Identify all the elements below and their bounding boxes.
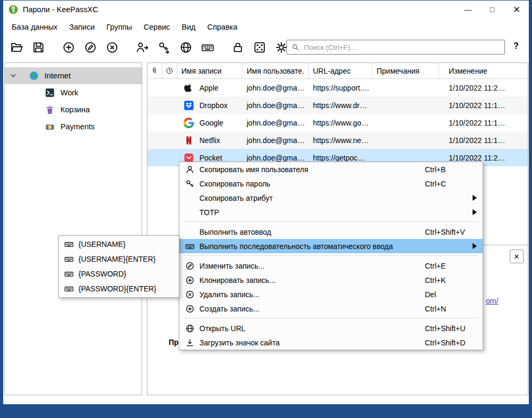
paperclip-icon xyxy=(151,67,159,75)
menu-database[interactable]: База данных xyxy=(6,21,63,33)
entry-modified: 1/10/2022 11:2… xyxy=(439,84,528,92)
submenu-item-label: {PASSWORD} xyxy=(79,270,126,278)
menu-bar: База данных Записи Группы Сервис Вид Спр… xyxy=(3,19,529,35)
menu-item-copy-username[interactable]: Скопировать имя пользователя Ctrl+B xyxy=(179,162,483,176)
entry-url: https://www.dr… xyxy=(309,101,372,110)
keyboard-icon xyxy=(64,254,74,264)
help-button[interactable]: ? xyxy=(513,41,519,51)
trash-icon xyxy=(45,104,55,115)
key-arrow-icon xyxy=(158,41,171,54)
menu-help[interactable]: Справка xyxy=(202,21,243,33)
menu-item-totp[interactable]: TOTP xyxy=(179,205,483,219)
minimize-button[interactable]: — xyxy=(456,1,480,19)
title-bar: Пароли - KeePassXC — □ ✕ xyxy=(3,1,529,19)
close-button[interactable]: ✕ xyxy=(504,1,529,19)
keyboard-icon xyxy=(64,269,74,279)
submenu-item-username-enter[interactable]: {USERNAME}{ENTER} xyxy=(59,252,179,266)
menu-groups[interactable]: Группы xyxy=(101,21,138,33)
preview-close-button[interactable]: ✕ xyxy=(510,250,524,263)
menu-tools[interactable]: Сервис xyxy=(138,21,176,33)
submenu-item-label: {USERNAME}{ENTER} xyxy=(79,255,156,263)
x-circle-icon xyxy=(106,41,119,54)
menu-item-edit-entry[interactable]: Изменить запись... Ctrl+E xyxy=(179,259,483,273)
open-database-button[interactable] xyxy=(8,40,24,56)
table-row-google[interactable]: Google john.doe@gma… https://www.go… 1/1… xyxy=(147,114,528,131)
entry-url: https://www.ne… xyxy=(309,136,372,145)
table-row-netflix[interactable]: Netflix john.doe@gma… https://www.ne… 1/… xyxy=(147,131,528,149)
globe-icon xyxy=(179,41,193,54)
maximize-button[interactable]: □ xyxy=(480,1,504,19)
menu-item-download-favicon[interactable]: Загрузить значок сайта Ctrl+Shift+D xyxy=(179,335,483,350)
menu-item-label: Загрузить значок сайта xyxy=(199,339,280,347)
entry-name: Dropbox xyxy=(199,101,228,110)
sidebar-item-recycle-bin[interactable]: Корзина xyxy=(5,101,142,118)
chevron-down-icon[interactable] xyxy=(10,73,16,79)
payments-icon xyxy=(45,121,55,132)
x-circle-icon xyxy=(185,290,195,299)
menu-item-shortcut: Ctrl+C xyxy=(425,180,446,188)
copy-url-button[interactable] xyxy=(178,40,194,56)
clock-icon xyxy=(165,67,173,75)
menu-item-copy-attribute[interactable]: Скопировать атрибут xyxy=(179,191,483,205)
table-row-apple[interactable]: Apple john.doe@gma… https://support.… 1/… xyxy=(147,79,528,96)
sidebar-item-payments[interactable]: Payments xyxy=(5,118,142,135)
menu-item-label: Изменить запись... xyxy=(199,262,265,270)
password-generator-button[interactable] xyxy=(251,40,267,56)
netflix-icon xyxy=(184,135,194,146)
menu-item-open-url[interactable]: Открыть URL Ctrl+Shift+U xyxy=(179,321,483,335)
download-icon xyxy=(185,338,195,348)
plus-circle-icon xyxy=(185,304,195,314)
sidebar-item-work[interactable]: Work xyxy=(5,84,142,101)
menu-entries[interactable]: Записи xyxy=(63,21,100,33)
search-box[interactable] xyxy=(286,40,505,55)
entry-username: john.doe@gma… xyxy=(242,101,309,110)
keyboard-icon xyxy=(64,284,74,294)
preview-url-link[interactable]: om/ xyxy=(486,297,498,305)
header-name[interactable]: Имя записи xyxy=(177,63,242,78)
header-expiry[interactable] xyxy=(162,63,177,78)
menu-separator xyxy=(179,219,483,225)
submenu-item-password-enter[interactable]: {PASSWORD}{ENTER} xyxy=(59,281,179,296)
table-header: Имя записи Имя пользовате. URL-адрес При… xyxy=(147,63,528,79)
menu-item-perform-autotype[interactable]: Выполнить автоввод Ctrl+Shift+V xyxy=(179,225,483,239)
globe-icon xyxy=(185,324,195,333)
header-notes[interactable]: Примечания xyxy=(372,63,439,78)
entry-name: Apple xyxy=(199,84,219,92)
submenu-item-label: {USERNAME} xyxy=(79,240,126,248)
save-database-button[interactable] xyxy=(30,40,46,56)
pencil-circle-icon xyxy=(84,41,97,54)
delete-entry-button[interactable] xyxy=(104,40,120,56)
menu-item-clone-entry[interactable]: Клонировать запись... Ctrl+K xyxy=(179,273,483,287)
header-url[interactable]: URL-адрес xyxy=(309,63,372,78)
sidebar-item-internet[interactable]: Internet xyxy=(5,67,142,84)
entry-username: john.doe@gma… xyxy=(242,136,309,145)
menu-item-label: Выполнить автоввод xyxy=(199,228,271,236)
search-input[interactable] xyxy=(303,43,504,52)
edit-entry-button[interactable] xyxy=(82,40,98,56)
header-modified[interactable]: Изменение xyxy=(439,63,528,78)
menu-item-delete-entry[interactable]: Удалить запись... Del xyxy=(179,287,483,301)
add-entry-button[interactable] xyxy=(60,40,76,56)
entry-url: https://www.go… xyxy=(309,119,372,127)
copy-password-button[interactable] xyxy=(156,40,172,56)
copy-username-button[interactable] xyxy=(134,40,150,56)
group-label: Корзина xyxy=(60,105,90,114)
menu-item-autotype-sequence[interactable]: Выполнить последовательность автоматичес… xyxy=(179,239,483,253)
entry-modified: 1/10/2022 11:2… xyxy=(439,154,528,162)
menu-item-new-entry[interactable]: Создать запись... Ctrl+N xyxy=(179,301,483,316)
header-username[interactable]: Имя пользовате. xyxy=(242,63,309,78)
menu-item-copy-password[interactable]: Скопировать пароль Ctrl+C xyxy=(179,176,483,191)
submenu-item-username[interactable]: {USERNAME} xyxy=(59,237,179,252)
autotype-button[interactable] xyxy=(199,40,215,56)
dropbox-icon xyxy=(184,100,194,111)
entry-name: Google xyxy=(199,119,223,127)
menu-item-shortcut: Ctrl+K xyxy=(425,276,446,284)
submenu-item-password[interactable]: {PASSWORD} xyxy=(59,266,179,281)
menu-item-label: Скопировать имя пользователя xyxy=(199,165,308,174)
table-row-dropbox[interactable]: Dropbox john.doe@gma… https://www.dr… 1/… xyxy=(147,96,528,114)
menu-item-label: Скопировать атрибут xyxy=(199,194,273,202)
menu-view[interactable]: Вид xyxy=(176,21,201,33)
lock-database-button[interactable] xyxy=(230,40,246,56)
menu-item-label: Клонировать запись... xyxy=(199,276,275,284)
header-attachment[interactable] xyxy=(147,63,162,78)
